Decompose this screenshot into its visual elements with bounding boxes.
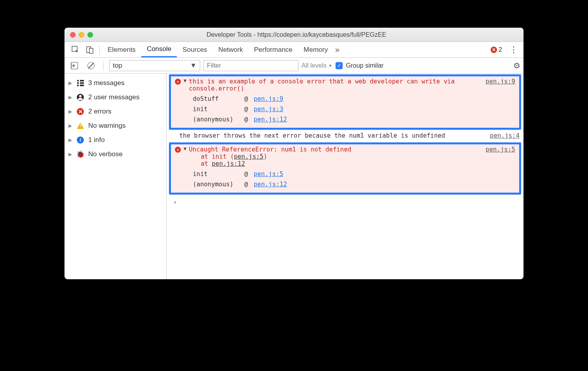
toggle-sidebar-icon[interactable] [68,58,81,73]
filter-input[interactable] [203,60,298,71]
user-icon [76,93,84,101]
maximize-icon[interactable] [87,32,93,38]
close-icon[interactable] [70,32,76,38]
console-output: ✕ ▼ this is an example of a console erro… [167,74,524,279]
tab-sources[interactable]: Sources [177,42,212,57]
stack-source-link[interactable]: pen.js:12 [212,160,245,167]
stack-prefix: at [201,160,212,167]
trace-row: init @ pen.js:3 [193,104,478,114]
stack-trace: init @ pen.js:5 (anonymous) @ pen.js:12 [189,167,478,190]
error-icon: ✕ [491,47,497,53]
stack-trace: doStuff @ pen.js:9 init @ pen.js:3 (anon… [189,92,478,125]
trace-source-link[interactable]: pen.js:5 [254,170,283,178]
error-icon: ✕ [175,79,181,85]
trace-at: @ [244,95,254,102]
chevron-right-icon: ▶ [68,95,72,100]
device-toolbar-icon[interactable] [83,42,97,57]
trace-at: @ [244,106,254,113]
highlight-box: ✕ ▼ this is an example of a console erro… [169,74,521,130]
chevron-down-icon: ▼ [328,63,332,68]
levels-label: All levels [302,62,326,69]
info-icon: i [76,136,84,144]
trace-at: @ [244,116,254,123]
console-prompt[interactable]: › [167,195,524,206]
devtools-window: Developer Tools - https://codepen.io/kay… [64,28,524,279]
source-link[interactable]: pen.js:4 [485,132,520,139]
chevron-right-icon: ▶ [68,109,72,114]
expand-icon[interactable]: ▼ [184,78,186,125]
trace-source-link[interactable]: pen.js:9 [254,95,283,102]
inspect-element-icon[interactable] [68,42,83,57]
divider [99,45,100,55]
sidebar-item-label: 1 info [88,136,105,144]
source-link[interactable]: pen.js:9 [481,78,515,125]
console-sidebar: ▶ 3 messages ▶ 2 user messages ▶ ✕ 2 err… [64,74,167,279]
trace-row: doStuff @ pen.js:9 [193,94,478,104]
tabs-overflow-icon[interactable]: » [335,45,340,54]
svg-rect-2 [89,48,93,53]
chevron-right-icon: ▶ [68,151,72,157]
sidebar-item-user-messages[interactable]: ▶ 2 user messages [64,90,166,104]
sidebar-item-label: No warnings [88,122,126,130]
console-error-row[interactable]: ✕ ▼ this is an example of a console erro… [171,76,519,128]
clear-console-icon[interactable] [84,58,98,73]
sidebar-item-verbose[interactable]: ▶ 🐞 No verbose [64,147,166,161]
titlebar: Developer Tools - https://codepen.io/kay… [64,28,524,42]
error-counter[interactable]: ✕ 2 [491,46,502,53]
chevron-right-icon: ▶ [68,80,72,86]
bug-icon: 🐞 [76,150,84,158]
sidebar-item-label: 2 user messages [88,93,139,101]
trace-row: (anonymous) @ pen.js:12 [193,179,478,189]
chevron-right-icon: ▶ [68,123,72,129]
console-error-row[interactable]: ✕ ▼ Uncaught ReferenceError: num1 is not… [171,144,519,193]
trace-source-link[interactable]: pen.js:3 [254,106,283,113]
tab-network[interactable]: Network [213,42,248,57]
devtools-tabbar: Elements Console Sources Network Perform… [64,42,524,58]
console-info-row[interactable]: the browser throws the next error becaus… [167,131,524,142]
sidebar-item-info[interactable]: ▶ i 1 info [64,133,166,147]
sidebar-item-errors[interactable]: ▶ ✕ 2 errors [64,104,166,119]
tab-console[interactable]: Console [141,42,177,57]
trace-row: (anonymous) @ pen.js:12 [193,114,478,125]
trace-function: init [193,106,244,113]
traffic-lights [64,32,93,38]
context-value: top [113,62,122,70]
trace-function: (anonymous) [193,116,244,123]
error-count: 2 [499,46,502,53]
stack-source-link[interactable]: pen.js:5 [234,153,264,160]
trace-source-link[interactable]: pen.js:12 [254,116,287,123]
sidebar-item-messages[interactable]: ▶ 3 messages [64,76,166,90]
stack-prefix: at init ( [201,153,234,160]
source-link[interactable]: pen.js:5 [481,146,515,190]
error-icon: ✕ [175,147,181,153]
settings-icon[interactable]: ⚙ [513,61,520,70]
error-message-text: this is an example of a console error th… [189,78,455,92]
tab-elements[interactable]: Elements [102,42,141,57]
more-menu-icon[interactable]: ⋮ [508,45,520,55]
log-levels-dropdown[interactable]: All levels ▼ [302,62,332,69]
chevron-down-icon: ▼ [190,62,197,70]
sidebar-item-label: 3 messages [88,79,125,87]
trace-function: init [193,170,244,178]
trace-function: doStuff [193,95,244,102]
highlight-box: ✕ ▼ Uncaught ReferenceError: num1 is not… [169,142,521,195]
group-similar-checkbox[interactable]: ✓ [336,62,343,69]
error-message-text: Uncaught ReferenceError: num1 is not def… [189,146,351,153]
tab-performance[interactable]: Performance [248,42,298,57]
window-title: Developer Tools - https://codepen.io/kay… [93,31,524,38]
tab-memory[interactable]: Memory [298,42,333,57]
expand-icon[interactable]: ▼ [184,146,186,190]
group-similar-label: Group similar [346,62,383,69]
context-selector[interactable]: top ▼ [109,60,200,71]
trace-at: @ [244,170,254,178]
console-toolbar: top ▼ All levels ▼ ✓ Group similar ⚙ [64,58,524,74]
trace-at: @ [244,181,254,188]
minimize-icon[interactable] [79,32,84,38]
trace-source-link[interactable]: pen.js:12 [254,181,287,188]
console-body: ▶ 3 messages ▶ 2 user messages ▶ ✕ 2 err… [64,74,524,279]
sidebar-item-warnings[interactable]: ▶ No warnings [64,119,166,133]
stack-suffix: ) [264,153,267,160]
trace-function: (anonymous) [193,181,244,188]
stack-line: at pen.js:12 [189,160,478,167]
sidebar-item-label: 2 errors [88,108,112,115]
